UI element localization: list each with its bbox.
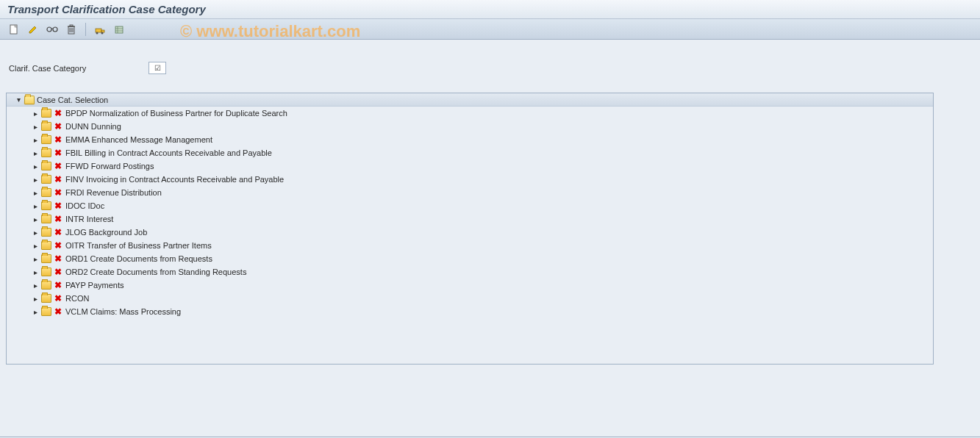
svg-rect-10 [96, 29, 101, 32]
tree-item[interactable]: ✖FRDI Revenue Distribution [7, 186, 933, 199]
transport-button[interactable] [92, 22, 108, 37]
tree-item[interactable]: ✖ORD1 Create Documents from Requests [7, 252, 933, 265]
folder-icon [41, 122, 51, 131]
tree-item-label: DUNN Dunning [65, 122, 121, 131]
tree-item[interactable]: ✖INTR Interest [7, 212, 933, 226]
expand-icon[interactable] [32, 123, 39, 130]
x-mark-icon: ✖ [54, 121, 62, 132]
tree-item[interactable]: ✖RCON [7, 292, 933, 305]
folder-icon [41, 307, 51, 316]
folder-icon [41, 268, 51, 276]
tree-item-label: ORD2 Create Documents from Standing Requ… [65, 268, 246, 276]
folder-icon [41, 254, 51, 263]
tree-item-label: IDOC IDoc [65, 201, 104, 210]
tree-item-label: BPDP Normalization of Business Partner f… [65, 109, 287, 118]
toolbar [0, 19, 980, 40]
tree-item-label: FINV Invoicing in Contract Accounts Rece… [65, 175, 284, 184]
toolbar-separator [85, 23, 86, 36]
expand-icon[interactable] [32, 110, 39, 117]
x-mark-icon: ✖ [54, 187, 62, 198]
svg-point-12 [96, 32, 99, 34]
expand-icon[interactable] [32, 308, 39, 315]
x-mark-icon: ✖ [54, 280, 62, 290]
field-row: Clarif. Case Category [9, 62, 974, 74]
folder-icon [41, 228, 51, 237]
display-button[interactable] [44, 22, 60, 37]
x-mark-icon: ✖ [54, 108, 62, 118]
x-mark-icon: ✖ [54, 214, 62, 224]
tree-item[interactable]: ✖VCLM Claims: Mass Processing [7, 305, 933, 318]
folder-icon [41, 135, 51, 144]
x-mark-icon: ✖ [54, 267, 62, 277]
field-label: Clarif. Case Category [9, 64, 149, 73]
svg-point-2 [53, 27, 57, 32]
x-mark-icon: ✖ [54, 134, 62, 145]
tree-item-label: VCLM Claims: Mass Processing [65, 307, 181, 316]
folder-open-icon [24, 96, 35, 104]
tree-item[interactable]: ✖DUNN Dunning [7, 120, 933, 133]
expand-icon[interactable] [32, 149, 39, 157]
x-mark-icon: ✖ [54, 240, 62, 251]
expand-icon[interactable] [32, 229, 39, 236]
folder-icon [41, 162, 51, 170]
tree-item-label: FBIL Billing in Contract Accounts Receiv… [65, 148, 272, 157]
x-mark-icon: ✖ [54, 227, 62, 237]
svg-point-1 [47, 27, 51, 32]
x-mark-icon: ✖ [54, 254, 62, 264]
expand-icon[interactable] [32, 162, 39, 170]
folder-icon [41, 215, 51, 223]
tree-item[interactable]: ✖PAYP Payments [7, 279, 933, 292]
tree-item[interactable]: ✖BPDP Normalization of Business Partner … [7, 107, 933, 120]
folder-icon [41, 175, 51, 184]
expand-icon[interactable] [32, 136, 39, 143]
tree-item-label: RCON [65, 294, 89, 303]
tree-item[interactable]: ✖FBIL Billing in Contract Accounts Recei… [7, 146, 933, 159]
tree-item[interactable]: ✖JLOG Background Job [7, 226, 933, 239]
expand-icon[interactable] [32, 215, 39, 223]
tree-item[interactable]: ✖EMMA Enhanced Message Management [7, 133, 933, 146]
edit-button[interactable] [25, 22, 41, 37]
folder-icon [41, 241, 51, 250]
expand-icon[interactable] [32, 189, 39, 196]
tree-item[interactable]: ✖FINV Invoicing in Contract Accounts Rec… [7, 173, 933, 186]
tree-item[interactable]: ✖OITR Transfer of Business Partner Items [7, 239, 933, 252]
delete-button[interactable] [63, 22, 79, 37]
expand-icon[interactable] [32, 255, 39, 262]
expand-icon[interactable] [32, 202, 39, 209]
tree-item-label: FFWD Forward Postings [65, 162, 154, 170]
folder-icon [41, 188, 51, 197]
expand-icon[interactable] [32, 242, 39, 249]
svg-rect-14 [115, 26, 123, 33]
expand-icon[interactable] [32, 281, 39, 289]
folder-icon [41, 148, 51, 157]
folder-icon [41, 201, 51, 210]
tree-body: ✖BPDP Normalization of Business Partner … [7, 107, 933, 318]
expand-icon[interactable] [32, 268, 39, 276]
tree-root-label: Case Cat. Selection [37, 96, 108, 104]
tree-root-row[interactable]: Case Cat. Selection [7, 93, 933, 107]
tree-item-label: INTR Interest [65, 215, 113, 223]
collapse-icon[interactable] [15, 96, 22, 104]
x-mark-icon: ✖ [54, 174, 62, 184]
tree-item[interactable]: ✖FFWD Forward Postings [7, 159, 933, 173]
x-mark-icon: ✖ [54, 306, 62, 317]
new-button[interactable] [6, 22, 22, 37]
x-mark-icon: ✖ [54, 161, 62, 171]
x-mark-icon: ✖ [54, 293, 62, 304]
svg-rect-11 [101, 30, 104, 32]
tree-item-label: OITR Transfer of Business Partner Items [65, 241, 212, 250]
tree-item-label: JLOG Background Job [65, 228, 147, 237]
expand-icon[interactable] [32, 176, 39, 183]
case-category-input[interactable] [149, 62, 166, 74]
tree-item[interactable]: ✖ORD2 Create Documents from Standing Req… [7, 265, 933, 279]
tree-item-label: EMMA Enhanced Message Management [65, 135, 212, 144]
tree-panel: Case Cat. Selection ✖BPDP Normalization … [6, 93, 934, 365]
folder-icon [41, 281, 51, 290]
tree-item[interactable]: ✖IDOC IDoc [7, 199, 933, 212]
page-title: Transport Clarification Case Category [7, 3, 206, 15]
svg-point-13 [101, 32, 104, 34]
expand-icon[interactable] [32, 295, 39, 302]
x-mark-icon: ✖ [54, 201, 62, 211]
object-button[interactable] [111, 22, 127, 37]
tree-item-label: ORD1 Create Documents from Requests [65, 254, 212, 263]
